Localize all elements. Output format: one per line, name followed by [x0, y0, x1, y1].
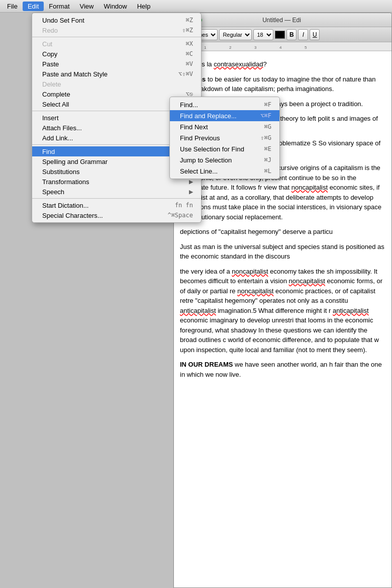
- doc-paragraph-8: the very idea of a noncapitalist economy…: [180, 267, 385, 355]
- color-swatch[interactable]: [275, 31, 285, 39]
- submenu-find-replace[interactable]: Find and Replace... ⌥⌘F: [170, 110, 279, 121]
- italic-btn[interactable]: I: [298, 29, 308, 40]
- menu-item-paste-match[interactable]: Paste and Match Style ⌥⇧⌘V: [32, 69, 201, 79]
- menu-item-cut[interactable]: Cut ⌘X: [32, 39, 201, 49]
- menu-item-delete[interactable]: Delete: [32, 79, 201, 89]
- size-select[interactable]: 18: [253, 29, 273, 40]
- menu-item-speech[interactable]: Speech ▶: [32, 187, 201, 197]
- underline-btn[interactable]: U: [310, 29, 320, 40]
- separator-1: [32, 37, 201, 37]
- doc-paragraph-7: Just as man is the universal subject and…: [180, 242, 385, 262]
- menubar-item-file[interactable]: File: [2, 2, 23, 11]
- svg-text:3: 3: [254, 45, 257, 50]
- menu-item-paste[interactable]: Paste ⌘V: [32, 59, 201, 69]
- svg-text:5: 5: [305, 45, 307, 50]
- svg-text:1: 1: [204, 45, 207, 50]
- submenu-select-line[interactable]: Select Line... ⌘L: [170, 165, 279, 177]
- separator-4: [32, 198, 201, 199]
- document-toolbar: ‹ › Times Regular 18 B I U: [174, 27, 391, 42]
- submenu-find-next[interactable]: Find Next ⌘G: [170, 121, 279, 132]
- find-submenu: Find... ⌘F Find and Replace... ⌥⌘F Find …: [169, 97, 280, 179]
- menubar-item-help[interactable]: Help: [132, 2, 156, 11]
- submenu-use-selection[interactable]: Use Selection for Find ⌘E: [170, 143, 279, 154]
- menubar-item-window[interactable]: Window: [99, 2, 132, 11]
- svg-text:4: 4: [279, 45, 282, 50]
- word-contrasexualidad: contrasexualidad: [214, 60, 263, 68]
- bold-btn[interactable]: B: [286, 29, 297, 40]
- doc-paragraph-9: IN OUR DREAMS we have seen another world…: [180, 360, 385, 379]
- menu-item-undo[interactable]: Undo Set Font ⌘Z: [32, 15, 201, 25]
- document-ruler: 0 1 2 3 4 5: [174, 42, 391, 51]
- doc-heading: ¿Qué es la contrasexualidad?: [180, 59, 385, 69]
- menubar-item-view[interactable]: View: [75, 2, 99, 11]
- submenu-find[interactable]: Find... ⌘F: [170, 99, 279, 110]
- svg-text:2: 2: [229, 45, 232, 50]
- menu-item-special-chars[interactable]: Special Characters... ^⌘Space: [32, 210, 201, 220]
- submenu-jump-selection[interactable]: Jump to Selection ⌘J: [170, 154, 279, 165]
- menubar-item-edit[interactable]: Edit: [23, 2, 44, 11]
- submenu-find-previous[interactable]: Find Previous ⇧⌘G: [170, 132, 279, 143]
- menu-item-redo[interactable]: Redo ⇧⌘Z: [32, 25, 201, 35]
- menu-item-start-dictation[interactable]: Start Dictation... fn fn: [32, 200, 201, 210]
- doc-paragraph-1: It seems to be easier for us today to im…: [180, 74, 385, 94]
- menu-item-copy[interactable]: Copy ⌘C: [32, 49, 201, 59]
- document-titlebar: Untitled — Edi: [174, 13, 391, 27]
- style-select[interactable]: Regular: [219, 29, 252, 40]
- doc-paragraph-6: depictions of "capitalist hegemony" dese…: [180, 227, 385, 237]
- document-title: Untitled — Edi: [206, 17, 357, 24]
- menubar: File Edit Format View Window Help: [0, 0, 392, 13]
- menubar-item-format[interactable]: Format: [44, 2, 74, 11]
